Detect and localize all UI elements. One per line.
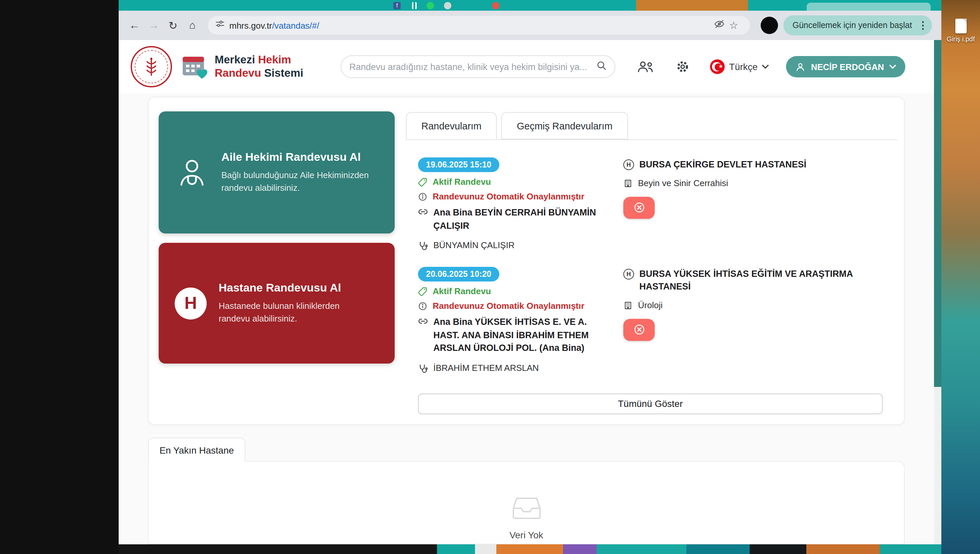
appointment-status: Aktif Randevu xyxy=(433,286,491,296)
family-members-button[interactable] xyxy=(636,60,654,73)
people-icon xyxy=(636,60,654,73)
bookmark-star-icon[interactable]: ☆ xyxy=(729,19,742,31)
restart-label: Güncellemek için yeniden başlat xyxy=(792,21,912,30)
hospital-circle-icon: H xyxy=(623,160,634,170)
appointments-section: Randevularım Geçmiş Randevularım 19.06.2… xyxy=(406,112,897,414)
home-button[interactable]: ⌂ xyxy=(183,16,201,34)
appointment-clinic: Beyin ve Sinir Cerrahisi xyxy=(638,178,728,188)
circle-icon xyxy=(444,2,451,10)
info-icon xyxy=(418,192,427,201)
action-card-title: Aile Hekimi Randevusu Al xyxy=(221,150,373,164)
chevron-down-icon xyxy=(889,65,896,69)
site-header: Merkezi Hekim Randevu Sistemi xyxy=(119,40,941,93)
profile-avatar[interactable] xyxy=(760,17,778,34)
url-text: mhrs.gov.tr/vatandas/#/ xyxy=(229,20,319,30)
show-all-button[interactable]: Tümünü Göster xyxy=(418,394,883,414)
tab-nearest-hospital[interactable]: En Yakın Hastane xyxy=(148,437,245,461)
url-domain: mhrs.gov.tr xyxy=(229,20,272,30)
appointment-hospital: BURSA ÇEKİRGE DEVLET HASTANESİ xyxy=(640,159,807,171)
appointment-details: 19.06.2025 15:10 Aktif Randevu xyxy=(418,157,610,251)
empty-state: Veri Yok xyxy=(149,461,904,540)
settings-button[interactable] xyxy=(675,59,690,74)
record-icon xyxy=(492,2,500,10)
pdf-file-icon xyxy=(955,19,966,34)
appointment-location: Ana Bina BEYİN CERRAHİ BÜNYAMİN ÇALIŞIR xyxy=(433,206,600,232)
appointment-hospital-details: H BURSA YÜKSEK İHTİSAS EĞİTİM VE ARAŞTIR… xyxy=(610,267,897,373)
stethoscope-icon xyxy=(418,241,428,251)
info-icon xyxy=(418,302,427,311)
appointments-list: 19.06.2025 15:10 Aktif Randevu xyxy=(406,140,897,414)
appointment-note: Randevunuz Otomatik Onaylanmıştır xyxy=(433,301,584,311)
desktop-file[interactable]: Giriş i.pdf xyxy=(944,19,977,44)
clinic-building-icon xyxy=(623,301,633,310)
calendar-heart-icon xyxy=(181,54,208,79)
appointment-location: Ana Bina YÜKSEK İHTİSAS E. VE A. HAST. A… xyxy=(433,316,600,354)
desktop-background-bottom xyxy=(119,544,941,554)
forward-button[interactable]: → xyxy=(145,16,163,34)
mhrs-logo[interactable]: Merkezi Hekim Randevu Sistemi xyxy=(181,53,303,80)
site-settings-icon[interactable] xyxy=(215,19,225,31)
restart-to-update-button[interactable]: Güncellemek için yeniden başlat ⋮ xyxy=(783,15,932,35)
mhrs-logo-text: Merkezi Hekim Randevu Sistemi xyxy=(215,53,303,80)
appointment-clinic: Üroloji xyxy=(638,300,663,310)
tab-past-appointments[interactable]: Geçmiş Randevularım xyxy=(502,112,628,139)
appointment-status: Aktif Randevu xyxy=(433,177,491,187)
appointment-hospital: BURSA YÜKSEK İHTİSAS EĞİTİM VE ARAŞTIRMA… xyxy=(640,268,897,294)
appointment-hospital-details: H BURSA ÇEKİRGE DEVLET HASTANESİ xyxy=(610,157,897,251)
cancel-appointment-button[interactable] xyxy=(623,197,655,219)
stethoscope-icon xyxy=(418,364,428,374)
hospital-circle-icon: H xyxy=(623,269,634,279)
action-card-description: Bağlı bulunduğunuz Aile Hekiminizden ran… xyxy=(221,168,373,195)
logo-line1-red: Hekim xyxy=(258,53,291,65)
turkish-flag-icon: ★ xyxy=(710,59,724,74)
page-scrollbar[interactable] xyxy=(934,40,941,544)
appointment-row: 20.06.2025 10:20 Aktif Randevu xyxy=(418,267,897,373)
language-selector[interactable]: ★ Türkçe xyxy=(710,59,769,74)
user-name: NECİP ERDOĞAN xyxy=(811,62,884,72)
browser-menu-icon[interactable]: ⋮ xyxy=(918,19,928,31)
desktop-background-right: Giriş i.pdf xyxy=(941,0,980,554)
link-icon xyxy=(418,316,428,326)
mhrs-page: Merkezi Hekim Randevu Sistemi xyxy=(119,40,941,544)
language-label: Türkçe xyxy=(729,61,758,72)
cancel-appointment-button[interactable] xyxy=(623,319,655,341)
hospital-appointment-card[interactable]: H Hastane Randevusu Al Hastanede bulunan… xyxy=(159,243,395,364)
address-bar[interactable]: mhrs.gov.tr/vatandas/#/ ☆ xyxy=(208,16,750,35)
appointment-date-badge: 20.06.2025 10:20 xyxy=(418,267,500,281)
reload-button[interactable]: ↻ xyxy=(164,16,182,34)
clinic-building-icon xyxy=(623,179,633,188)
url-path: /vatandas/#/ xyxy=(272,20,319,30)
nearest-hospital-panel: Veri Yok xyxy=(148,461,905,544)
link-icon xyxy=(418,207,428,217)
close-circle-icon xyxy=(633,202,645,214)
gear-icon xyxy=(675,59,690,74)
appointment-doctor: BÜNYAMİN ÇALIŞIR xyxy=(433,240,515,250)
family-doctor-appointment-card[interactable]: Aile Hekimi Randevusu Al Bağlı bulunduğu… xyxy=(159,112,395,233)
action-card-text: Aile Hekimi Randevusu Al Bağlı bulunduğu… xyxy=(221,150,373,195)
empty-state-text: Veri Yok xyxy=(149,530,904,540)
tab-my-appointments[interactable]: Randevularım xyxy=(406,112,497,139)
close-circle-icon xyxy=(633,324,645,336)
facebook-icon: f xyxy=(393,2,401,10)
dashboard-card: Aile Hekimi Randevusu Al Bağlı bulunduğu… xyxy=(148,97,905,425)
logo-line2-red: Randevu xyxy=(215,67,261,79)
appointments-tabs: Randevularım Geçmiş Randevularım xyxy=(406,112,897,140)
back-button[interactable]: ← xyxy=(125,16,143,34)
action-card-description: Hastanede bulunan kliniklerden randevu a… xyxy=(219,299,371,325)
chevron-down-icon xyxy=(762,65,769,69)
search-icon[interactable] xyxy=(596,60,606,73)
tag-icon xyxy=(418,287,427,296)
screen: Giriş i.pdf f ← → ↻ ⌂ xyxy=(0,0,980,554)
eye-off-icon[interactable] xyxy=(714,19,724,32)
appointment-date-badge: 19.06.2025 15:10 xyxy=(418,157,500,172)
search-input[interactable] xyxy=(349,62,596,72)
user-menu-button[interactable]: NECİP ERDOĞAN xyxy=(786,56,905,77)
scrollbar-thumb[interactable] xyxy=(934,40,941,387)
browser-toolbar: ← → ↻ ⌂ mhrs.gov.tr/vatandas/#/ xyxy=(119,11,941,40)
tab-strip-decoration xyxy=(636,0,748,11)
action-card-text: Hastane Randevusu Al Hastanede bulunan k… xyxy=(219,281,371,325)
tag-icon xyxy=(418,177,427,187)
empty-inbox-icon xyxy=(512,496,541,520)
person-icon xyxy=(795,62,806,72)
search-bar[interactable] xyxy=(340,55,615,78)
